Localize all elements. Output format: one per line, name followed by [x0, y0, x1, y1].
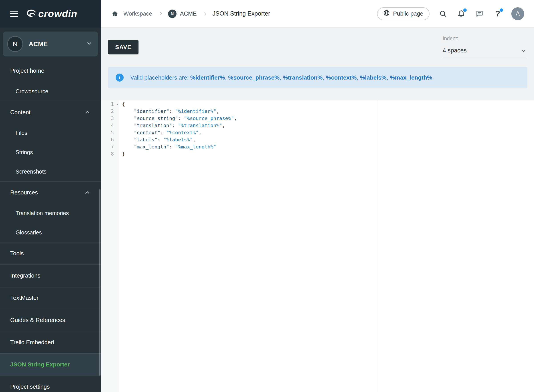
info-icon: i	[116, 74, 124, 82]
help-glyph: ?	[495, 10, 500, 18]
sidebar-item-label: Strings	[16, 149, 33, 156]
chevron-up-icon	[85, 191, 89, 195]
sidebar-item-content[interactable]: Content	[0, 101, 101, 123]
menu-icon[interactable]	[9, 9, 19, 18]
save-button[interactable]: SAVE	[108, 40, 139, 54]
sidebar-scrollbar[interactable]	[99, 189, 100, 376]
sidebar-item-translation-memories[interactable]: Translation memories	[0, 204, 101, 223]
globe-icon	[383, 9, 390, 18]
line-number: 4	[101, 122, 119, 129]
indent-control: Indent: 4 spaces	[443, 36, 527, 57]
indent-value: 4 spaces	[443, 47, 467, 54]
sidebar-item-label: Translation memories	[16, 210, 69, 216]
sidebar-item-tools[interactable]: Tools	[0, 242, 101, 264]
sidebar-item-project-settings[interactable]: Project settings	[0, 376, 101, 392]
sidebar-item-glossaries[interactable]: Glossaries	[0, 223, 101, 242]
sidebar-item-files[interactable]: Files	[0, 123, 101, 143]
chevron-right-icon	[203, 12, 206, 16]
sidebar-item-strings[interactable]: Strings	[0, 143, 101, 162]
code-editor: 1▾2345678 { "identifier": "%identifier%"…	[101, 100, 534, 392]
indent-select[interactable]: 4 spaces	[443, 44, 527, 57]
sidebar-item-label: TextMaster	[10, 294, 38, 301]
editor-gutter: 1▾2345678	[101, 100, 119, 392]
sidebar-item-label: Project home	[10, 67, 44, 74]
line-number: 7	[101, 143, 119, 150]
line-number: 5	[101, 129, 119, 136]
sidebar-nav: Project homeCrowdsourceContentFilesStrin…	[0, 60, 101, 392]
editor-code[interactable]: { "identifier": "%identifier%", "source_…	[119, 100, 534, 392]
editor-ruler	[377, 100, 377, 392]
info-alert: i Valid placeholders are: %identifier%, …	[108, 67, 527, 88]
breadcrumb: Workspace N ACME JSON String Exporter	[111, 9, 377, 18]
sidebar-item-label: Files	[16, 130, 27, 136]
crowdin-logo[interactable]: crowdin	[25, 8, 77, 19]
header: Workspace N ACME JSON String Exporter Pu…	[101, 0, 534, 28]
sidebar-item-label: Screenshots	[16, 168, 47, 175]
sidebar-item-label: Project settings	[10, 383, 50, 390]
code-line: {	[122, 101, 534, 108]
crowdin-logo-text: crowdin	[38, 8, 77, 19]
main-content: SAVE Indent: 4 spaces i Valid placeholde…	[101, 28, 534, 392]
code-line: "max_length": "%max_length%"	[122, 143, 534, 150]
sidebar-item-label: Integrations	[10, 272, 40, 279]
sidebar: crowdin N ACME Project homeCrowdsourceCo…	[0, 0, 101, 392]
code-line: "identifier": "%identifier%",	[122, 108, 534, 115]
sidebar-item-project-home[interactable]: Project home	[0, 60, 101, 82]
public-page-label: Public page	[393, 10, 423, 17]
help-dot	[500, 9, 503, 12]
line-number: 8	[101, 150, 119, 158]
project-badge: N	[168, 9, 177, 18]
sidebar-item-label: Content	[10, 109, 30, 116]
project-selector[interactable]: N ACME	[3, 32, 98, 56]
project-avatar: N	[8, 37, 23, 51]
sidebar-item-crowdsource[interactable]: Crowdsource	[0, 82, 101, 101]
sidebar-item-label: Trello Embedded	[10, 339, 54, 346]
page-title: JSON String Exporter	[213, 10, 270, 17]
sidebar-item-integrations[interactable]: Integrations	[0, 264, 101, 287]
breadcrumb-project-label: ACME	[180, 10, 197, 17]
sidebar-item-label: Guides & References	[10, 317, 65, 324]
chevron-right-icon	[158, 12, 162, 16]
sidebar-item-label: Tools	[10, 250, 24, 257]
header-actions: Public page ? A	[377, 7, 524, 20]
sidebar-item-json-string-exporter[interactable]: JSON String Exporter	[0, 353, 101, 376]
sidebar-item-textmaster[interactable]: TextMaster	[0, 287, 101, 309]
code-line: "translation": "%translation%",	[122, 122, 534, 129]
sidebar-item-label: Resources	[10, 189, 38, 196]
sidebar-item-label: Crowdsource	[16, 88, 48, 95]
breadcrumb-project[interactable]: N ACME	[168, 9, 197, 18]
notifications-bell-icon[interactable]	[457, 9, 466, 19]
line-number: 1▾	[101, 101, 119, 108]
search-icon[interactable]	[438, 9, 448, 19]
line-number: 6	[101, 136, 119, 143]
chevron-down-icon	[86, 40, 92, 47]
sidebar-item-trello-embedded[interactable]: Trello Embedded	[0, 331, 101, 353]
fold-icon[interactable]: ▾	[117, 101, 119, 108]
code-line: "labels": "%labels%",	[122, 136, 534, 143]
chevron-down-icon	[522, 48, 525, 52]
public-page-button[interactable]: Public page	[377, 7, 430, 20]
code-line: "source_string": "%source_phrase%",	[122, 115, 534, 122]
chevron-up-icon	[85, 111, 89, 115]
account-avatar[interactable]: A	[511, 7, 524, 20]
crowdin-logo-icon	[25, 8, 37, 19]
home-icon[interactable]	[111, 10, 118, 17]
code-line: "context": "%context%",	[122, 129, 534, 136]
notification-dot	[463, 9, 467, 12]
line-number: 3	[101, 115, 119, 122]
sidebar-item-screenshots[interactable]: Screenshots	[0, 162, 101, 181]
sidebar-item-guides-references[interactable]: Guides & References	[0, 309, 101, 331]
code-line: }	[122, 150, 534, 158]
help-icon[interactable]: ?	[493, 9, 502, 19]
sidebar-item-label: Glossaries	[16, 229, 42, 236]
alert-message: Valid placeholders are: %identifier%, %s…	[130, 74, 434, 81]
sidebar-item-resources[interactable]: Resources	[0, 181, 101, 204]
project-name: ACME	[29, 40, 86, 48]
line-number: 2	[101, 108, 119, 115]
sidebar-item-label: JSON String Exporter	[10, 361, 70, 368]
indent-label: Indent:	[443, 36, 527, 42]
breadcrumb-workspace[interactable]: Workspace	[123, 10, 152, 17]
messages-icon[interactable]	[475, 9, 484, 19]
app: crowdin N ACME Project homeCrowdsourceCo…	[0, 0, 534, 392]
sidebar-top: crowdin	[0, 0, 101, 28]
